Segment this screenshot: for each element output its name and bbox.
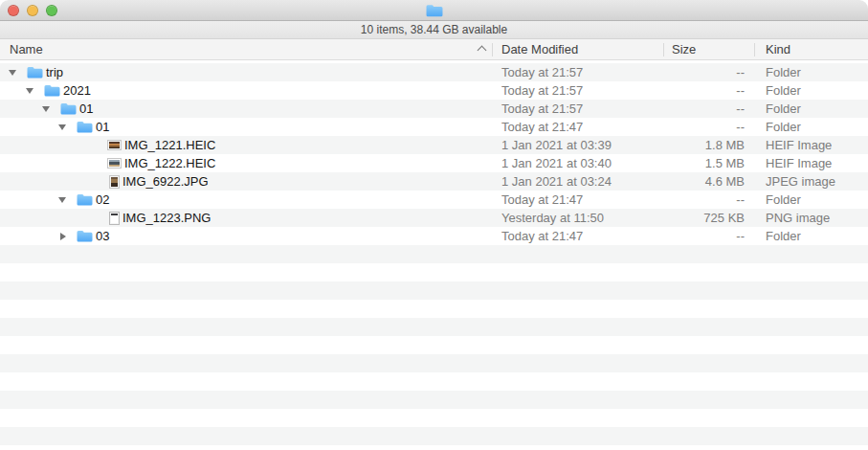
size-cell: 725 KB bbox=[663, 209, 745, 227]
status-bar: 10 items, 38.44 GB available bbox=[0, 21, 868, 39]
minimize-button[interactable] bbox=[27, 5, 38, 16]
photo-beach-landscape-icon bbox=[107, 158, 122, 169]
name-cell: 01 bbox=[0, 118, 492, 136]
column-divider[interactable] bbox=[754, 43, 755, 56]
kind-cell: Folder bbox=[766, 227, 801, 245]
photo-dark-portrait-icon bbox=[109, 175, 120, 189]
name-cell: 2021 bbox=[0, 81, 492, 100]
kind-cell: Folder bbox=[766, 100, 801, 118]
column-header: Name Date Modified Size Kind bbox=[0, 39, 868, 60]
table-row[interactable]: 2021 Today at 21:57 -- Folder bbox=[0, 81, 868, 100]
name-cell: IMG_1221.HEIC bbox=[0, 136, 492, 154]
date-modified-cell: 1 Jan 2021 at 03:39 bbox=[501, 136, 612, 154]
date-modified-cell: 1 Jan 2021 at 03:24 bbox=[501, 172, 612, 191]
file-list: trip Today at 21:57 -- Folder 2021 Today… bbox=[0, 60, 868, 450]
file-name-label: 01 bbox=[96, 118, 109, 136]
file-name-label: 02 bbox=[96, 191, 109, 209]
disclosure-triangle-collapsed[interactable] bbox=[57, 233, 77, 240]
file-name-label: IMG_1223.PNG bbox=[122, 209, 211, 227]
size-cell: -- bbox=[663, 100, 745, 118]
name-cell: trip bbox=[0, 63, 492, 81]
file-name-label: IMG_1221.HEIC bbox=[124, 136, 215, 154]
screenshot-portrait-icon bbox=[109, 212, 120, 225]
date-modified-cell: Today at 21:57 bbox=[501, 81, 583, 100]
title-bar[interactable] bbox=[0, 0, 868, 21]
name-cell: IMG_6922.JPG bbox=[0, 172, 492, 191]
disclosure-triangle-expanded[interactable] bbox=[57, 124, 77, 130]
table-row[interactable]: IMG_1222.HEIC 1 Jan 2021 at 03:40 1.5 MB… bbox=[0, 154, 868, 172]
status-text: 10 items, 38.44 GB available bbox=[361, 23, 507, 36]
file-name-label: 03 bbox=[96, 227, 109, 245]
date-modified-cell: Today at 21:57 bbox=[501, 100, 583, 118]
date-modified-cell: Yesterday at 11:50 bbox=[501, 209, 604, 227]
column-header-date-modified[interactable]: Date Modified bbox=[501, 39, 578, 59]
list-rows-background: trip Today at 21:57 -- Folder 2021 Today… bbox=[0, 63, 868, 450]
name-cell: 01 bbox=[0, 100, 492, 118]
file-name-label: IMG_1222.HEIC bbox=[124, 154, 215, 172]
close-button[interactable] bbox=[8, 5, 19, 16]
size-cell: -- bbox=[663, 118, 745, 136]
folder-icon bbox=[77, 193, 93, 207]
size-cell: -- bbox=[663, 63, 745, 81]
name-cell: 03 bbox=[0, 227, 492, 245]
photo-sunset-landscape-icon bbox=[107, 140, 122, 150]
date-modified-cell: 1 Jan 2021 at 03:40 bbox=[501, 154, 612, 172]
kind-cell: PNG image bbox=[766, 209, 830, 227]
folder-icon bbox=[44, 84, 60, 98]
folder-icon bbox=[77, 121, 93, 134]
disclosure-triangle-expanded[interactable] bbox=[25, 88, 44, 94]
size-cell: -- bbox=[663, 81, 745, 100]
name-cell: IMG_1222.HEIC bbox=[0, 154, 492, 172]
name-cell: 02 bbox=[0, 191, 492, 209]
folder-proxy-icon[interactable] bbox=[426, 4, 443, 17]
file-name-label: 2021 bbox=[63, 81, 91, 100]
column-divider[interactable] bbox=[492, 43, 493, 56]
table-row[interactable]: IMG_1221.HEIC 1 Jan 2021 at 03:39 1.8 MB… bbox=[0, 136, 868, 154]
kind-cell: Folder bbox=[766, 81, 801, 100]
table-row[interactable]: 02 Today at 21:47 -- Folder bbox=[0, 191, 868, 209]
finder-window: 10 items, 38.44 GB available Name Date M… bbox=[0, 0, 868, 450]
column-divider[interactable] bbox=[663, 43, 664, 56]
date-modified-cell: Today at 21:57 bbox=[501, 63, 583, 81]
file-name-label: 01 bbox=[79, 100, 93, 118]
file-name-label: IMG_6922.JPG bbox=[122, 172, 209, 191]
sort-ascending-icon bbox=[478, 46, 487, 56]
size-cell: -- bbox=[663, 191, 745, 209]
disclosure-triangle-expanded[interactable] bbox=[41, 106, 60, 112]
table-row[interactable]: 03 Today at 21:47 -- Folder bbox=[0, 227, 868, 245]
kind-cell: HEIF Image bbox=[766, 154, 832, 172]
table-row[interactable]: 01 Today at 21:47 -- Folder bbox=[0, 118, 868, 136]
date-modified-cell: Today at 21:47 bbox=[501, 118, 583, 136]
column-header-size[interactable]: Size bbox=[672, 39, 696, 59]
kind-cell: HEIF Image bbox=[766, 136, 832, 154]
disclosure-triangle-expanded[interactable] bbox=[57, 197, 77, 203]
date-modified-cell: Today at 21:47 bbox=[501, 191, 583, 209]
table-row[interactable]: trip Today at 21:57 -- Folder bbox=[0, 63, 868, 81]
folder-icon bbox=[27, 66, 43, 79]
kind-cell: Folder bbox=[766, 118, 801, 136]
size-cell: 1.5 MB bbox=[663, 154, 745, 172]
disclosure-triangle-expanded[interactable] bbox=[8, 70, 27, 76]
table-row[interactable]: 01 Today at 21:57 -- Folder bbox=[0, 100, 868, 118]
size-cell: 4.6 MB bbox=[663, 172, 745, 191]
column-header-kind[interactable]: Kind bbox=[766, 39, 790, 59]
kind-cell: JPEG image bbox=[766, 172, 835, 191]
kind-cell: Folder bbox=[766, 63, 801, 81]
traffic-lights bbox=[8, 5, 57, 16]
column-header-name[interactable]: Name bbox=[10, 39, 43, 59]
kind-cell: Folder bbox=[766, 191, 801, 209]
date-modified-cell: Today at 21:47 bbox=[501, 227, 583, 245]
table-row[interactable]: IMG_6922.JPG 1 Jan 2021 at 03:24 4.6 MB … bbox=[0, 172, 868, 191]
file-name-label: trip bbox=[46, 63, 63, 81]
zoom-button[interactable] bbox=[46, 5, 57, 16]
folder-icon bbox=[60, 102, 77, 116]
name-cell: IMG_1223.PNG bbox=[0, 209, 492, 227]
table-row[interactable]: IMG_1223.PNG Yesterday at 11:50 725 KB P… bbox=[0, 209, 868, 227]
size-cell: -- bbox=[663, 227, 745, 245]
size-cell: 1.8 MB bbox=[663, 136, 745, 154]
folder-icon bbox=[77, 230, 93, 243]
